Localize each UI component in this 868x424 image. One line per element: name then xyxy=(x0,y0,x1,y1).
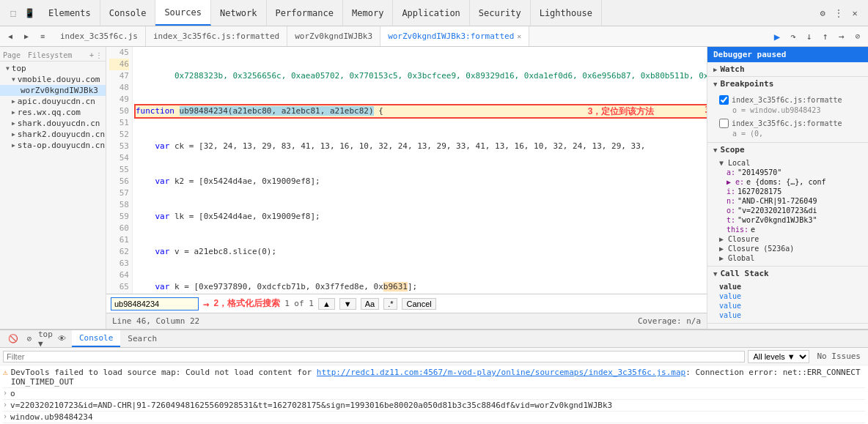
sidebar-item-shark2[interactable]: ▶ shark2.douyucdn.cn xyxy=(0,129,106,140)
tab-lighthouse[interactable]: Lighthouse xyxy=(531,0,602,26)
code-line-47: var ck = [32, 24, 13, 29, 83, 41, 13, 16… xyxy=(136,141,707,152)
tab-sources[interactable]: Sources xyxy=(155,0,211,26)
breakpoint-2-detail: a = (0, xyxy=(719,130,862,138)
search-next-btn[interactable]: ▼ xyxy=(339,298,356,310)
search-annotation-text: 2，格式化后搜索 xyxy=(213,297,280,310)
tab-application[interactable]: Application xyxy=(393,0,469,26)
scope-local-content: a: "20149570" ▶ e: e {doms: {…}, conf i:… xyxy=(719,168,862,234)
call-stack-item-3[interactable]: value xyxy=(719,301,862,310)
line-numbers: 45 46 47 48 49 50 51 52 53 54 55 56 57 5… xyxy=(106,47,133,294)
scope-closure5236a-header[interactable]: ▶ Closure (5236a) xyxy=(719,244,862,253)
scope-item-e: ▶ e: e {doms: {…}, conf xyxy=(727,177,862,187)
call-stack-item-4[interactable]: value xyxy=(719,310,862,320)
sidebar-item-sta[interactable]: ▶ sta-op.douyucdn.cn xyxy=(0,140,106,151)
call-stack-item-2[interactable]: value xyxy=(719,291,862,301)
sidebar-item-vmobile[interactable]: ▼ vmobile.douyu.com xyxy=(0,74,106,85)
tab-memory[interactable]: Memory xyxy=(343,0,393,26)
sidebar-item-top[interactable]: ▼ top xyxy=(0,63,106,74)
menu-icon[interactable]: ⋮ xyxy=(831,6,846,21)
debugger-resume-icon[interactable]: ▶ xyxy=(770,29,784,44)
console-filter-icon[interactable]: ⊘ xyxy=(22,332,37,346)
console-arrow-icon: › xyxy=(3,389,7,397)
warning-icon: ⚠ xyxy=(3,368,8,377)
add-folder-icon[interactable]: + xyxy=(89,51,94,59)
console-line-window: › window.ub98484234 xyxy=(3,412,865,423)
file-tree: Page Filesystem + ⋮ ▼ top ▼ vmobile.douy… xyxy=(0,47,106,329)
nav-back-icon[interactable]: ◀ xyxy=(3,29,18,44)
settings-icon[interactable]: ⚙ xyxy=(815,6,830,21)
scope-item-t: t: "worZv0kgnd1WJBk3" xyxy=(727,215,862,225)
tab-security[interactable]: Security xyxy=(470,0,531,26)
console-eye-icon[interactable]: 👁 xyxy=(54,332,69,346)
search-cancel-btn[interactable]: Cancel xyxy=(402,298,435,310)
inspect-icon[interactable]: ⬚ xyxy=(6,6,21,21)
search-result-info: 1 of 1 xyxy=(284,299,314,308)
tab-performance[interactable]: Performance xyxy=(267,0,343,26)
status-bar: Line 46, Column 22 Coverage: n/a xyxy=(106,313,707,329)
scope-item-n: n: "AND-CHR|91-726049 xyxy=(727,196,862,206)
call-stack-section: ▼ Call Stack value value value value xyxy=(707,267,868,324)
scope-header[interactable]: ▼ Scope xyxy=(707,143,868,157)
breakpoint-2-checkbox[interactable] xyxy=(719,119,729,128)
file-tab-4[interactable]: worZv0kgndIWJBk3:formatted ✕ xyxy=(380,26,529,46)
console-line-o: › o xyxy=(3,388,865,400)
search-annotation-arrow: → xyxy=(203,298,209,310)
breakpoint-1-checkbox[interactable] xyxy=(719,95,729,105)
devtools-icons: ⬚ 📱 xyxy=(3,6,40,21)
deactivate-breakpoints-icon[interactable]: ⊘ xyxy=(850,29,865,44)
debugger-step-into-icon[interactable]: ↓ xyxy=(802,29,817,44)
console-content: ⚠ DevTools failed to load source map: Co… xyxy=(0,365,868,424)
console-clear-icon[interactable]: 🚫 xyxy=(6,332,21,346)
sidebar-item-res[interactable]: ▶ res.wx.qq.com xyxy=(0,107,106,118)
device-icon[interactable]: 📱 xyxy=(22,6,37,21)
console-tab-search[interactable]: Search xyxy=(120,330,164,347)
search-input[interactable] xyxy=(111,297,199,310)
file-tab-3[interactable]: worZv0kgndIWJBk3 xyxy=(287,26,380,46)
console-level-select[interactable]: All levels ▼ xyxy=(748,350,809,363)
tab-console[interactable]: Console xyxy=(100,0,156,26)
watch-section: ▶ Watch xyxy=(707,62,868,77)
search-prev-btn[interactable]: ▲ xyxy=(318,298,335,310)
breakpoint-2: index_3c35f6c.js:formatte a = (0, xyxy=(719,116,862,139)
close-icon[interactable]: ✕ xyxy=(847,6,862,21)
console-tabs: 🚫 ⊘ top ▼ 👁 Console Search xyxy=(0,330,868,348)
scope-item-o: o: "v=220320210723&di xyxy=(727,206,862,215)
file-tab-2[interactable]: index_3c35f6c.js:formatted xyxy=(146,26,287,46)
sidebar-item-apic[interactable]: ▶ apic.douyucdn.cn xyxy=(0,96,106,107)
breakpoints-header[interactable]: ▼ Breakpoints xyxy=(707,77,868,91)
scope-section: ▼ Scope ▼ Local a: "20149570" ▶ e: e {do… xyxy=(707,143,868,267)
close-tab-icon[interactable]: ✕ xyxy=(517,32,521,40)
scope-closure-header[interactable]: ▶ Closure xyxy=(719,234,862,244)
call-stack-header[interactable]: ▼ Call Stack xyxy=(707,267,868,280)
sidebar-item-worZv[interactable]: worZv0kgndIWJBk3 xyxy=(0,85,106,96)
search-aa-btn[interactable]: Aa xyxy=(361,298,379,310)
add-tab-icon[interactable]: ≡ xyxy=(35,29,50,44)
coverage-status: Coverage: n/a xyxy=(638,316,701,326)
code-line-48: var k2 = [0x5424d4ae, 0x19009ef8]; xyxy=(136,176,707,187)
console-area: 🚫 ⊘ top ▼ 👁 Console Search All levels ▼ … xyxy=(0,329,868,424)
tab-elements[interactable]: Elements xyxy=(40,0,100,26)
sidebar-item-shark[interactable]: ▶ shark.douyucdn.cn xyxy=(0,118,106,129)
debugger-step-over-icon[interactable]: ↷ xyxy=(786,29,801,44)
scope-global-header[interactable]: ▶ Global xyxy=(719,253,862,263)
cursor-position: Line 46, Column 22 xyxy=(112,316,199,326)
tab-network[interactable]: Network xyxy=(211,0,267,26)
breakpoints-section: ▼ Breakpoints index_3c35f6c.js:formatte … xyxy=(707,77,868,143)
more-options-icon[interactable]: ⋮ xyxy=(95,51,103,59)
scope-local-header[interactable]: ▼ Local xyxy=(719,158,862,168)
scope-item-this: this: e xyxy=(727,225,862,234)
console-tab-console[interactable]: Console xyxy=(72,330,120,347)
watch-header[interactable]: ▶ Watch xyxy=(707,62,868,76)
top-bar: ⬚ 📱 Elements Console Sources Network Per… xyxy=(0,0,868,26)
breakpoints-content: index_3c35f6c.js:formatte o = window.ub9… xyxy=(707,91,868,142)
nav-forward-icon[interactable]: ▶ xyxy=(19,29,34,44)
console-arrow-icon-3: › xyxy=(3,412,7,420)
debugger-step-out-icon[interactable]: ↑ xyxy=(818,29,833,44)
console-filter-input[interactable] xyxy=(3,351,745,362)
call-stack-item-1[interactable]: value xyxy=(719,282,862,291)
search-regex-btn[interactable]: .* xyxy=(383,298,397,310)
file-tab-1[interactable]: index_3c35f6c.js xyxy=(53,26,146,46)
search-bar: → 2，格式化后搜索 1 of 1 ▲ ▼ Aa .* Cancel xyxy=(106,294,707,313)
debugger-step-icon[interactable]: → xyxy=(834,29,849,44)
top-context-icon[interactable]: top ▼ xyxy=(38,332,53,346)
